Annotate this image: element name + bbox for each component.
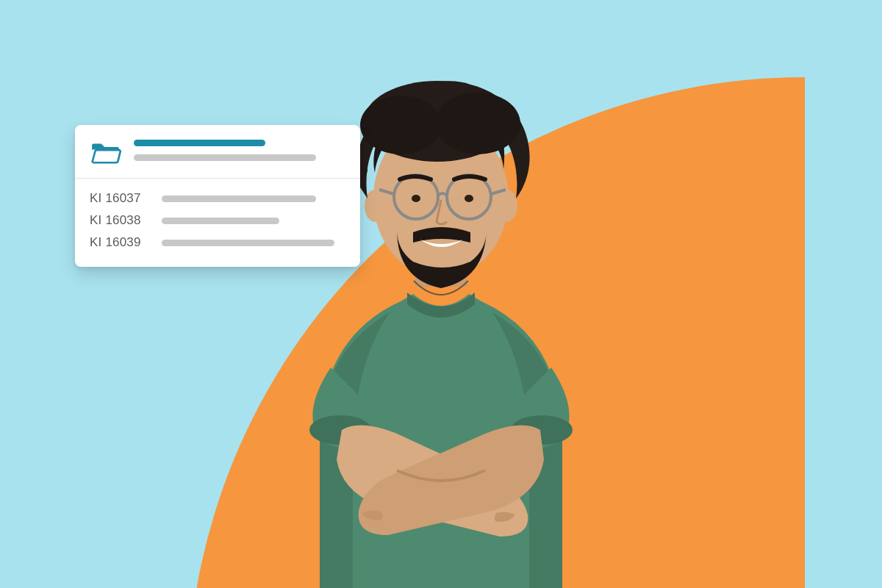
svg-point-2 [365, 190, 385, 222]
svg-point-11 [412, 195, 420, 202]
svg-point-12 [465, 195, 473, 202]
id-label: KI 16038 [90, 213, 147, 228]
svg-point-5 [360, 96, 441, 154]
value-placeholder [162, 240, 334, 246]
id-card-title-block [134, 138, 345, 161]
svg-point-3 [497, 190, 517, 222]
id-card-header [75, 125, 360, 178]
id-row: KI 16039 [90, 232, 345, 254]
id-row: KI 16037 [90, 187, 345, 209]
id-card: KI 16037 KI 16038 KI 16039 [75, 125, 360, 267]
value-placeholder [162, 196, 316, 202]
value-placeholder [162, 218, 279, 224]
id-row: KI 16038 [90, 209, 345, 232]
id-card-body: KI 16037 KI 16038 KI 16039 [75, 179, 360, 267]
svg-point-6 [435, 93, 520, 154]
subtitle-placeholder [134, 154, 316, 161]
id-label: KI 16039 [90, 235, 147, 250]
title-placeholder [134, 140, 265, 146]
id-label: KI 16037 [90, 191, 147, 206]
folder-open-icon [90, 140, 122, 166]
